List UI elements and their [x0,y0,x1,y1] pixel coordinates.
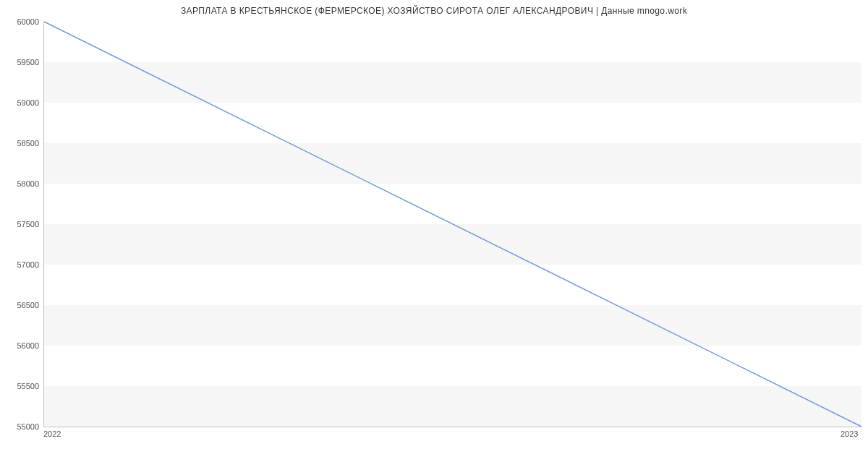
chart-container: ЗАРПЛАТА В КРЕСТЬЯНСКОЕ (ФЕРМЕРСКОЕ) ХОЗ… [0,0,868,470]
y-tick-label: 58000 [3,179,39,188]
y-tick-label: 56500 [3,301,39,309]
y-tick-label: 55500 [3,382,39,390]
y-tick-label: 59000 [3,98,39,107]
plot-area [43,22,861,427]
y-tick-label: 56000 [3,341,39,350]
y-tick-label: 59500 [3,58,39,67]
y-tick-label: 55000 [3,422,39,431]
x-tick-label: 2022 [43,430,61,438]
y-tick-label: 57000 [3,260,39,269]
y-tick-label: 57500 [3,220,39,228]
x-tick-label: 2023 [841,430,858,438]
y-tick-label: 60000 [3,17,39,26]
chart-title: ЗАРПЛАТА В КРЕСТЬЯНСКОЕ (ФЕРМЕРСКОЕ) ХОЗ… [0,6,868,16]
series-line [44,22,861,427]
line-series [44,22,861,427]
y-tick-label: 58500 [3,139,39,148]
